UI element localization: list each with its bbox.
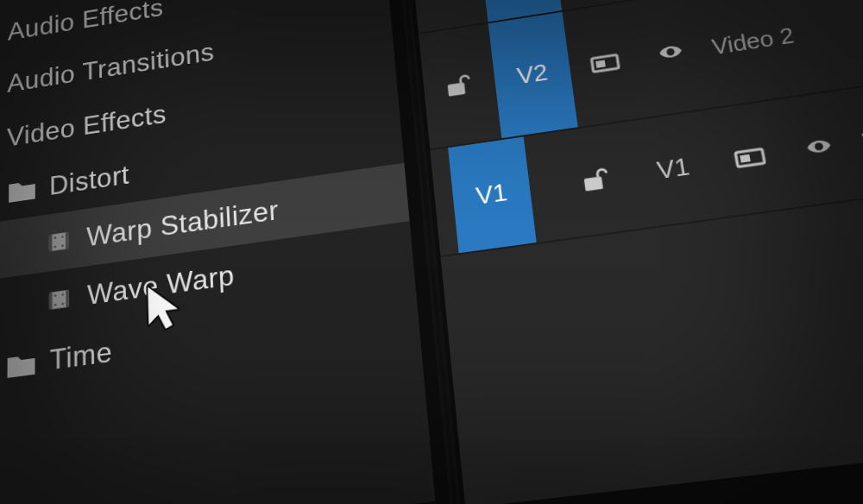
lock-icon[interactable]	[565, 163, 628, 196]
track-label: Video	[856, 108, 863, 156]
effect-icon	[47, 227, 72, 256]
track-label: Video 2	[706, 0, 863, 60]
spacer-icon	[14, 303, 35, 306]
effects-panel: Lumetri PresetsAudio EffectsAudio Transi…	[0, 0, 435, 504]
track-output-toggle-icon[interactable]	[576, 47, 637, 79]
track-output-toggle-icon[interactable]	[718, 141, 784, 174]
eye-icon[interactable]	[787, 133, 854, 163]
track-name[interactable]: V2	[488, 12, 578, 138]
eye-icon[interactable]	[641, 39, 703, 68]
lock-icon[interactable]	[430, 70, 488, 102]
timeline-track-headers: V4V3V2Video 2V1V1Video	[404, 0, 863, 504]
lock-icon[interactable]	[420, 0, 478, 4]
effects-item-label: Distort	[49, 160, 129, 201]
mouse-cursor-icon	[142, 280, 182, 334]
effect-icon	[47, 285, 73, 315]
folder-icon	[8, 178, 36, 204]
source-patch-v1[interactable]: V1	[448, 136, 537, 253]
effects-item-label: Time	[49, 337, 112, 376]
spacer-icon	[14, 245, 34, 248]
folder-icon	[6, 350, 35, 378]
track-name[interactable]: V1	[632, 149, 715, 189]
